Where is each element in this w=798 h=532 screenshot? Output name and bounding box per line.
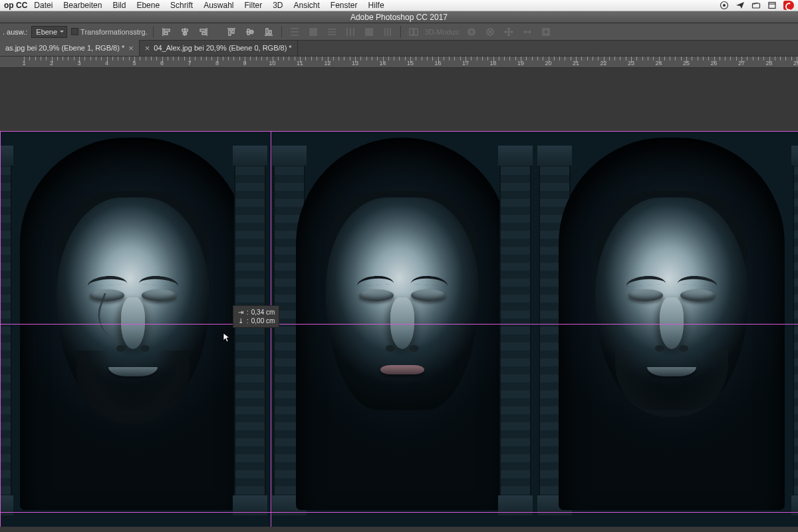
face-male [595,198,748,410]
app-name: op CC [4,1,27,10]
ruler-number: 7 [188,60,191,66]
ruler-number: 27 [738,60,745,66]
align-left-edges-icon[interactable] [159,25,174,39]
guide-horizontal[interactable] [0,324,798,325]
menu-hilfe[interactable]: Hilfe [368,1,384,10]
svg-rect-41 [410,29,413,35]
ruler-number: 21 [573,60,579,66]
menu-auswahl[interactable]: Auswahl [203,1,233,10]
svg-rect-6 [164,29,170,31]
menu-fenster[interactable]: Fenster [331,1,358,10]
arrow-right-icon: ⇥ [237,308,244,317]
document-tab[interactable]: as.jpg bei 20,9% (Ebene 1, RGB/8) * × [0,40,140,56]
stone-pillar [0,151,12,510]
face-niche-1 [0,131,273,527]
auto-align-icon[interactable] [406,25,421,39]
distribute-left-icon[interactable] [343,25,358,39]
svg-rect-27 [310,31,317,33]
distribute-vcenter-icon[interactable] [306,25,321,39]
svg-point-44 [468,31,475,33]
canvas-area[interactable]: ⇥: 0,34 cm ⤓: 0,00 cm [0,68,798,532]
ruler-number: 12 [324,60,331,66]
3d-roll-icon[interactable] [483,25,497,39]
menu-bearbeiten[interactable]: Bearbeiten [63,1,102,10]
close-icon[interactable]: × [145,43,150,53]
ruler-number: 16 [434,60,441,66]
guide-horizontal[interactable] [0,131,798,132]
svg-rect-28 [310,34,317,35]
document-tab[interactable]: × 04_Alex.jpg bei 20,9% (Ebene 0, RGB/8)… [140,40,298,56]
ruler-number: 20 [545,60,551,66]
mac-menubar: op CC Datei Bearbeiten Bild Ebene Schrif… [0,0,798,11]
horizontal-ruler[interactable]: 1234567891011121314151617181920212223242… [0,57,798,68]
folder-icon[interactable] [751,1,761,10]
window-icon[interactable] [767,1,777,10]
distribute-right-icon[interactable] [380,25,395,39]
svg-rect-47 [544,30,548,34]
menu-ebene[interactable]: Ebene [136,1,160,10]
align-top-edges-icon[interactable] [224,25,239,39]
ruler-number: 19 [517,60,524,66]
menu-3d[interactable]: 3D [273,1,283,10]
ruler-number: 8 [215,60,219,66]
measure-v-value: 0,00 cm [251,317,275,325]
align-bottom-edges-icon[interactable] [261,25,276,39]
separator [153,26,154,38]
measure-h-label: : [247,308,249,317]
checkbox-box[interactable] [71,28,78,35]
3d-slide-icon[interactable] [520,25,535,39]
align-vertical-centers-icon[interactable] [243,25,257,39]
svg-rect-36 [368,29,370,35]
3d-scale-icon[interactable] [539,25,553,39]
ruler-number: 18 [489,60,496,66]
menu-bild[interactable]: Bild [112,1,126,10]
svg-rect-15 [229,30,231,35]
guide-vertical[interactable] [0,131,1,527]
svg-rect-26 [310,29,317,30]
ruler-number: 5 [132,60,136,66]
sync-icon[interactable] [720,1,729,10]
guide-vertical[interactable] [271,131,271,527]
svg-rect-13 [202,33,205,35]
3d-pan-icon[interactable] [501,25,516,39]
ruler-number: 15 [407,60,414,66]
move-cursor-icon [223,332,231,343]
menu-ansicht[interactable]: Ansicht [294,1,320,10]
ruler-number: 22 [600,60,606,66]
align-right-edges-icon[interactable] [196,25,211,39]
svg-rect-42 [414,29,418,35]
ruler-number: 26 [710,60,717,66]
ruler-number: 1 [22,60,25,66]
face-male-bearded [57,198,209,410]
ruler-number: 28 [765,60,772,66]
menu-schrift[interactable]: Schrift [170,1,193,10]
menu-filter[interactable]: Filter [244,1,262,10]
ruler-number: 3 [77,60,80,66]
guide-horizontal[interactable] [0,512,798,513]
distribute-bottom-icon[interactable] [325,25,339,39]
close-icon[interactable]: × [128,43,134,53]
transform-controls-checkbox[interactable]: Transformationsstrg. [71,28,147,36]
distribute-top-icon[interactable] [287,25,302,39]
stone-pillar [793,151,798,510]
svg-rect-35 [366,29,367,35]
auto-select-label: . ausw.: [3,28,27,36]
svg-point-43 [468,29,475,35]
paperplane-icon[interactable] [735,1,745,10]
distribute-hcenter-icon[interactable] [362,25,376,39]
window-title: Adobe Photoshop CC 2017 [0,11,798,23]
svg-rect-3 [769,3,775,9]
menu-datei[interactable]: Datei [34,1,53,10]
auto-select-dropdown[interactable]: Ebene [31,26,67,38]
3d-orbit-icon[interactable] [464,25,479,39]
document-image[interactable] [0,131,798,527]
ruler-number: 4 [105,60,108,66]
measurement-tooltip: ⇥: 0,34 cm ⤓: 0,00 cm [233,305,279,328]
align-horizontal-centers-icon[interactable] [178,25,192,39]
stone-pillar [234,151,266,510]
document-tab-bar: as.jpg bei 20,9% (Ebene 1, RGB/8) * × × … [0,41,798,57]
ruler-number: 24 [655,60,662,66]
3d-mode-label: 3D-Modus: [425,28,461,36]
creative-cloud-icon[interactable] [783,1,794,10]
ruler-number: 23 [628,60,634,66]
